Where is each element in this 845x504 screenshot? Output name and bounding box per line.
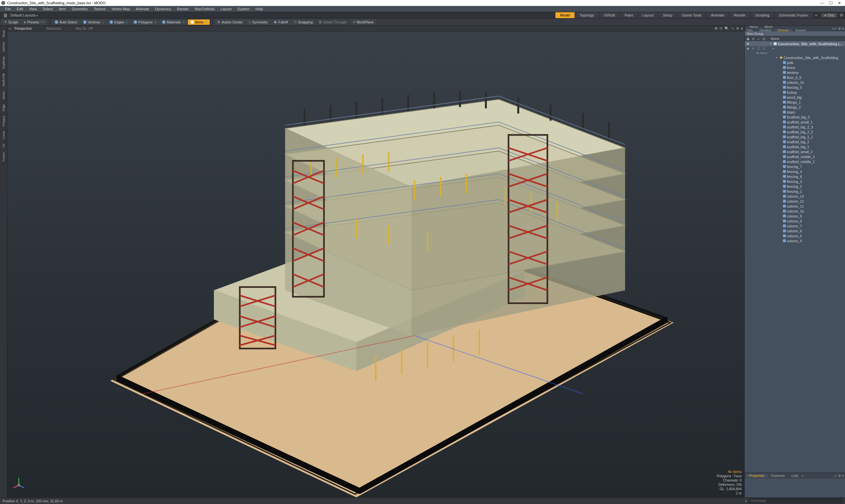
viewport-ctrl-2[interactable]: 🔍 (724, 26, 729, 31)
side-tool-mesh-edit[interactable]: Mesh Edit (2, 72, 5, 88)
tree-item[interactable]: scaffold_big_2_2 (745, 129, 845, 134)
tree-item[interactable]: colomn_6 (745, 229, 845, 233)
tree-item[interactable]: colomn_11 (745, 204, 845, 209)
tool-snapping[interactable]: ⊹Snapping (291, 19, 315, 25)
layout-tab-layout[interactable]: Layout (638, 12, 658, 18)
viewport-ctrl-3[interactable]: ⤡ (731, 26, 734, 31)
viewport-ctrl-5[interactable]: ▾ (741, 26, 743, 31)
viewport-tab-perspective[interactable]: Perspective (11, 26, 35, 31)
menu-geometry[interactable]: Geometry (69, 7, 90, 11)
menu-edit[interactable]: Edit (14, 7, 26, 11)
add-layout-tab[interactable]: + (813, 13, 820, 18)
menu-help[interactable]: Help (252, 7, 266, 11)
tree-item[interactable]: fencing_2 (745, 184, 845, 189)
col-name-header[interactable]: Name (769, 37, 845, 41)
tree-item[interactable]: stairs (745, 110, 845, 114)
panel-expand-icon[interactable]: ⤢ (834, 27, 837, 30)
tree-item[interactable]: fence (745, 65, 845, 70)
panel-settings-icon[interactable]: ✲ (838, 27, 841, 30)
col-target-icon[interactable]: ⊙ (751, 37, 755, 41)
tree-item[interactable]: colomn_5 (745, 233, 845, 238)
menu-vertex-map[interactable]: Vertex Map (109, 7, 133, 11)
tool-polygons[interactable]: Polygons3 (131, 19, 159, 25)
axis-gizmo[interactable] (12, 476, 25, 489)
command-input[interactable] (749, 498, 842, 503)
tree-item[interactable]: scaffold_middle_2 (745, 154, 845, 159)
tree-item[interactable]: territory (745, 70, 845, 75)
layout-settings-icon[interactable]: ⚙ (839, 13, 844, 18)
tool-vertices[interactable]: Vertices1 (81, 19, 106, 25)
menu-render[interactable]: Render (174, 7, 192, 11)
side-tool-fusion[interactable]: Fusion (2, 151, 5, 163)
panel-menu-icon[interactable]: ▾ (842, 27, 844, 30)
tree-group-root[interactable]: ◉▾Construction_Site_with_Scaffolding (..… (745, 41, 845, 46)
tree-item[interactable]: colomn_12 (745, 199, 845, 204)
props-tab-lists[interactable]: Lists (788, 474, 802, 478)
tree-item[interactable]: ▾Construction_Site_with_Scaffolding (745, 55, 845, 60)
side-tool-edge[interactable]: Edge (2, 103, 5, 113)
col-sun-icon[interactable]: ☼ (757, 37, 760, 41)
tool-workplane[interactable]: ▱WorkPlane (350, 19, 376, 25)
viewport-ctrl-1[interactable]: ⟳ (720, 26, 722, 31)
side-tool-vertex[interactable]: Vertex (2, 89, 5, 101)
viewport-ctrl-4[interactable]: ✲ (736, 26, 739, 31)
tree-item[interactable]: fencing_3 (745, 179, 845, 184)
menu-view[interactable]: View (26, 7, 40, 11)
tool-materials[interactable]: Materials4 (159, 19, 187, 25)
tree-item[interactable]: fencing_4 (745, 169, 845, 174)
menu-maxtomodo[interactable]: MaxToModo (192, 7, 217, 11)
menu-animate[interactable]: Animate (133, 7, 152, 11)
menu-file[interactable]: File (2, 7, 14, 11)
layout-tab-render[interactable]: Render (729, 12, 750, 18)
layout-tab-uvedit[interactable]: UVEdit (599, 12, 619, 18)
tree-item[interactable]: fittings_1 (745, 100, 845, 105)
maximize-button[interactable]: ☐ (827, 1, 835, 5)
home-icon[interactable] (3, 13, 7, 18)
tree-item[interactable]: Scaffold_big_3 (745, 114, 845, 120)
viewport[interactable]: No Items Polygons : Face Channels: 0 Def… (7, 31, 744, 498)
side-tool-basic[interactable]: Basic (2, 29, 5, 39)
tool-edges[interactable]: Edges2 (107, 19, 130, 25)
tree-item[interactable]: colunm_14 (745, 80, 845, 85)
tree-item[interactable]: floor_5_6 (745, 75, 845, 80)
props-ctrl-1[interactable]: ✲ (838, 474, 841, 478)
tool-falloff[interactable]: ◉Falloff (271, 19, 290, 25)
side-tool-duplicate[interactable]: Duplicate (2, 55, 5, 71)
tool-select-through[interactable]: ▦Select Through (316, 19, 349, 25)
layout-tab-paint[interactable]: Paint (620, 12, 638, 18)
layout-tab-topology[interactable]: Topology (575, 12, 599, 18)
tool-auto-select[interactable]: Auto Select (52, 19, 80, 25)
layout-dropdown[interactable]: Default Layouts (10, 13, 40, 17)
tree-item[interactable]: pole (745, 60, 845, 65)
tree-item[interactable]: wood_big (745, 95, 845, 100)
only-toggle[interactable]: Only (821, 13, 837, 18)
tree-group-meta[interactable]: ◉(•☐☐▾ (745, 46, 845, 51)
tree-item[interactable]: colomn_7 (745, 223, 845, 229)
layout-tab-game-tools[interactable]: Game Tools (677, 12, 706, 18)
viewport-tab-advanced[interactable]: Advanced (43, 26, 64, 31)
side-tool-curve[interactable]: Curve (2, 129, 5, 141)
tree-item[interactable]: fencing_7 (745, 164, 845, 169)
props-ctrl-2[interactable]: ▾ (842, 474, 844, 478)
col-eye-icon[interactable]: ◉ (746, 37, 750, 41)
layout-tab-setup[interactable]: Setup (658, 12, 677, 18)
side-tool-polygon[interactable]: Polygon (2, 114, 5, 128)
new-group-button[interactable]: New Group (745, 31, 845, 36)
tree-item[interactable]: fencing_6 (745, 174, 845, 179)
tree-item[interactable]: fencing_1 (745, 189, 845, 194)
viewport-tab-raygl[interactable]: Ray GL: Off (72, 26, 96, 31)
props-add-tab[interactable]: + (802, 474, 804, 478)
tool-presets[interactable]: ●PresetsF6 (21, 19, 47, 25)
menu-texture[interactable]: Texture (91, 7, 109, 11)
props-ctrl-0[interactable]: ⤢ (834, 474, 837, 478)
tool-symmetry[interactable]: ⦶Symmetry (246, 19, 270, 25)
menu-select[interactable]: Select (40, 7, 56, 11)
panel-tab-items[interactable]: Items (746, 25, 761, 29)
tree-item[interactable]: scaffold_big_1_1 (745, 134, 845, 139)
tree-item[interactable]: fencing_5 (745, 85, 845, 90)
menu-item[interactable]: Item (56, 7, 69, 11)
menu-layout[interactable]: Layout (217, 7, 234, 11)
layout-tab-scripting[interactable]: Scripting (750, 12, 774, 18)
viewport-ctrl-0[interactable]: ✥ (715, 26, 718, 31)
props-tab-channels[interactable]: Channels (768, 474, 788, 478)
